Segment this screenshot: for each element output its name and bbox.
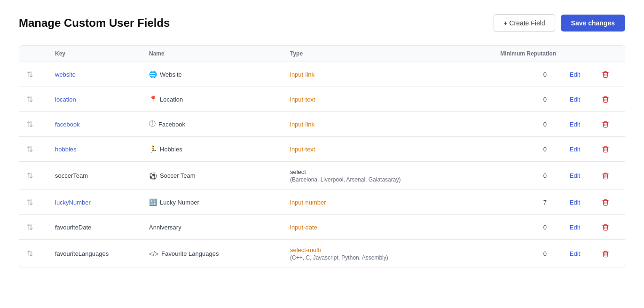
min-rep-cell: 0 xyxy=(471,96,556,103)
field-name: Hobbies xyxy=(160,146,182,153)
drag-handle-icon[interactable]: ⇅ xyxy=(27,95,55,104)
field-name: Anniversary xyxy=(149,224,181,231)
type-cell: input-text xyxy=(290,96,471,103)
key-cell: luckyNumber xyxy=(55,199,149,206)
type-cell: input-text xyxy=(290,146,471,153)
delete-button[interactable] xyxy=(594,69,617,80)
col-name: Name xyxy=(149,50,290,57)
type-main: select xyxy=(290,168,471,175)
table-row: ⇅luckyNumber🔢Lucky Numberinput-number7Ed… xyxy=(19,190,625,215)
field-icon: </> xyxy=(149,250,158,258)
edit-button[interactable]: Edit xyxy=(556,94,594,105)
type-main: input-link xyxy=(290,121,471,128)
field-icon: ⚽ xyxy=(149,172,157,180)
header-actions: + Create Field Save changes xyxy=(494,14,625,32)
key-cell: location xyxy=(55,96,149,103)
name-cell: 📍Location xyxy=(149,95,290,103)
table-row: ⇅soccerTeam⚽Soccer Teamselect(Barcelona,… xyxy=(19,162,625,190)
name-cell: ⚽Soccer Team xyxy=(149,172,290,180)
edit-button[interactable]: Edit xyxy=(556,197,594,208)
type-cell: select-multi(C++, C, Javascript, Python,… xyxy=(290,246,471,261)
edit-button[interactable]: Edit xyxy=(556,69,594,80)
col-min-rep: Minimum Reputation xyxy=(471,50,556,57)
col-edit xyxy=(556,50,594,57)
create-field-button[interactable]: + Create Field xyxy=(494,14,555,32)
col-key: Key xyxy=(55,50,149,57)
edit-button[interactable]: Edit xyxy=(556,222,594,233)
delete-button[interactable] xyxy=(594,118,617,130)
delete-button[interactable] xyxy=(594,94,617,105)
min-rep-cell: 0 xyxy=(471,71,556,78)
delete-button[interactable] xyxy=(594,248,617,260)
drag-handle-icon[interactable]: ⇅ xyxy=(27,249,55,258)
min-rep-cell: 0 xyxy=(471,146,556,153)
type-cell: input-date xyxy=(290,224,471,231)
min-rep-cell: 0 xyxy=(471,121,556,128)
delete-button[interactable] xyxy=(594,170,617,182)
table-row: ⇅website🌐Websiteinput-link0Edit xyxy=(19,62,625,87)
type-sub: (C++, C, Javascript, Python, Assembly) xyxy=(290,254,471,261)
col-type: Type xyxy=(290,50,471,57)
type-cell: input-link xyxy=(290,71,471,78)
name-cell: Anniversary xyxy=(149,224,290,231)
page-header: Manage Custom User Fields + Create Field… xyxy=(19,14,625,32)
key-cell: website xyxy=(55,71,149,78)
type-main: input-date xyxy=(290,224,471,231)
field-icon: 🔢 xyxy=(149,198,157,206)
table-row: ⇅hobbies🏃Hobbiesinput-text0Edit xyxy=(19,137,625,162)
key-cell: favouriteLanguages xyxy=(55,250,149,257)
min-rep-cell: 0 xyxy=(471,172,556,179)
type-cell: select(Barcelona, Liverpool, Arsenal, Ga… xyxy=(290,168,471,183)
field-name: Location xyxy=(160,96,183,103)
delete-button[interactable] xyxy=(594,143,617,155)
type-cell: input-number xyxy=(290,199,471,206)
key-cell: soccerTeam xyxy=(55,172,149,179)
edit-button[interactable]: Edit xyxy=(556,170,594,181)
table-row: ⇅location📍Locationinput-text0Edit xyxy=(19,87,625,112)
field-icon: 🏃 xyxy=(149,145,157,153)
table-row: ⇅facebookⓕFacebookinput-link0Edit xyxy=(19,112,625,137)
field-icon: 🌐 xyxy=(149,71,157,78)
edit-button[interactable]: Edit xyxy=(556,248,594,259)
drag-handle-icon[interactable]: ⇅ xyxy=(27,198,55,207)
drag-handle-icon[interactable]: ⇅ xyxy=(27,145,55,154)
save-changes-button[interactable]: Save changes xyxy=(561,15,625,32)
name-cell: ⓕFacebook xyxy=(149,120,290,128)
name-cell: 🌐Website xyxy=(149,71,290,78)
type-sub: (Barcelona, Liverpool, Arsenal, Galatasa… xyxy=(290,176,471,183)
field-name: Lucky Number xyxy=(160,199,199,206)
drag-handle-icon[interactable]: ⇅ xyxy=(27,120,55,129)
delete-button[interactable] xyxy=(594,221,617,233)
table-body: ⇅website🌐Websiteinput-link0Edit ⇅locatio… xyxy=(19,62,625,268)
name-cell: </>Favourite Languages xyxy=(149,250,290,258)
key-cell: favouriteDate xyxy=(55,224,149,231)
min-rep-cell: 0 xyxy=(471,250,556,257)
key-cell: facebook xyxy=(55,121,149,128)
page-title: Manage Custom User Fields xyxy=(19,16,170,30)
col-delete xyxy=(594,50,617,57)
type-main: input-text xyxy=(290,96,471,103)
type-main: input-link xyxy=(290,71,471,78)
field-name: Facebook xyxy=(158,121,185,128)
name-cell: 🏃Hobbies xyxy=(149,145,290,153)
type-main: input-number xyxy=(290,199,471,206)
min-rep-cell: 7 xyxy=(471,199,556,206)
min-rep-cell: 0 xyxy=(471,224,556,231)
drag-handle-icon[interactable]: ⇅ xyxy=(27,223,55,232)
edit-button[interactable]: Edit xyxy=(556,119,594,130)
field-name: Website xyxy=(160,71,182,78)
table-header-row: Key Name Type Minimum Reputation xyxy=(19,46,625,62)
type-main: input-text xyxy=(290,146,471,153)
delete-button[interactable] xyxy=(594,197,617,208)
field-icon: ⓕ xyxy=(149,120,156,128)
drag-handle-icon[interactable]: ⇅ xyxy=(27,171,55,180)
edit-button[interactable]: Edit xyxy=(556,144,594,155)
drag-handle-icon[interactable]: ⇅ xyxy=(27,70,55,79)
type-cell: input-link xyxy=(290,121,471,128)
page-container: Manage Custom User Fields + Create Field… xyxy=(0,0,644,308)
col-drag xyxy=(27,50,55,57)
field-name: Favourite Languages xyxy=(161,250,219,257)
table-row: ⇅favouriteLanguages</>Favourite Language… xyxy=(19,240,625,268)
type-main: select-multi xyxy=(290,246,471,253)
field-icon: 📍 xyxy=(149,95,157,103)
